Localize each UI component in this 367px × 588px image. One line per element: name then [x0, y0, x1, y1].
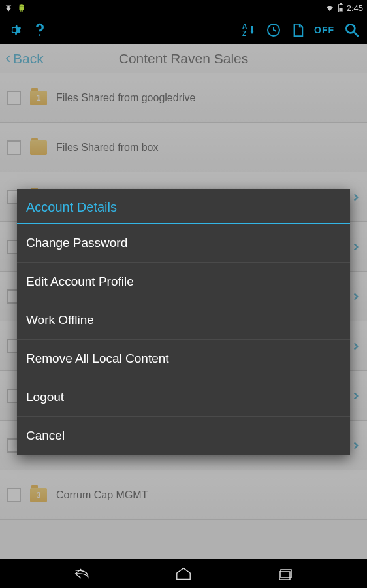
dialog-option[interactable]: Remove All Local Content — [17, 339, 350, 378]
battery-icon — [338, 3, 344, 12]
svg-point-5 — [39, 34, 41, 36]
dialog-option[interactable]: Logout — [17, 378, 350, 416]
off-toggle[interactable]: OFF — [311, 22, 337, 38]
dialog-option[interactable]: Change Password — [17, 224, 350, 262]
status-time: 2:45 — [347, 3, 363, 13]
nav-recent-button[interactable] — [266, 559, 305, 588]
file-icon[interactable] — [288, 20, 308, 41]
wifi-icon — [325, 3, 335, 12]
gear-icon[interactable] — [4, 19, 26, 41]
svg-rect-4 — [339, 8, 342, 11]
account-dialog: Account Details Change PasswordEdit Acco… — [17, 189, 350, 455]
android-nav-bar — [0, 559, 367, 588]
svg-text:A: A — [242, 23, 247, 30]
svg-text:Z: Z — [242, 30, 246, 37]
content-area: Back Content Raven Sales 1Files Shared f… — [0, 44, 367, 559]
help-icon[interactable] — [29, 19, 51, 41]
download-icon — [4, 3, 13, 12]
android-status-bar: 2:45 — [0, 0, 367, 16]
dialog-option[interactable]: Edit Account Profile — [17, 262, 350, 301]
android-icon — [17, 3, 26, 12]
svg-rect-3 — [340, 3, 342, 5]
clock-icon[interactable] — [263, 20, 284, 41]
search-icon[interactable] — [341, 19, 363, 41]
dialog-option[interactable]: Work Offline — [17, 301, 350, 339]
app-toolbar: AZ OFF — [0, 16, 367, 44]
sort-az-icon[interactable]: AZ — [238, 20, 259, 41]
nav-home-button[interactable] — [164, 559, 203, 588]
nav-back-button[interactable] — [63, 559, 102, 588]
dialog-title: Account Details — [17, 189, 350, 223]
svg-point-9 — [346, 24, 355, 33]
dialog-option[interactable]: Cancel — [17, 416, 350, 455]
